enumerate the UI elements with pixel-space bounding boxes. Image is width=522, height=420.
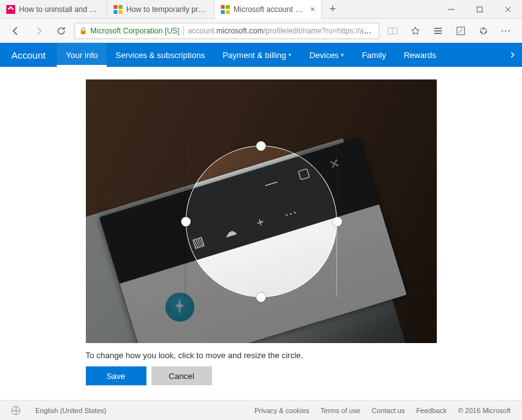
nav-scroll-right[interactable] [503,43,522,67]
window-controls [437,0,522,18]
address-bar[interactable]: 🔒 Microsoft Corporation [US] account.mic… [74,23,379,39]
browser-toolbar: 🔒 Microsoft Corporation [US] account.mic… [0,19,522,43]
editor-hint-text: To change how you look, click to move an… [86,351,437,360]
crop-handle-right[interactable] [333,217,342,226]
footer-link-privacy[interactable]: Privacy & cookies [254,407,309,414]
crop-circle[interactable] [186,146,337,297]
addr-separator [183,26,184,36]
nav-rewards[interactable]: Rewards [395,43,445,67]
refresh-button[interactable] [52,21,71,40]
nav-services[interactable]: Services & subscriptions [107,43,214,67]
svg-rect-3 [114,10,117,14]
window-maximize-button[interactable] [465,0,494,18]
save-button[interactable]: Save [86,366,146,385]
more-button[interactable]: ⋯ [497,21,516,40]
account-brand[interactable]: Account [0,43,57,67]
favorite-button[interactable] [406,21,425,40]
url-text: account.microsoft.com/profile/edit/name?… [187,26,375,35]
footer-link-terms[interactable]: Terms of use [321,407,360,414]
crop-dim [86,79,437,146]
crop-dim [86,146,186,297]
svg-rect-2 [119,5,122,9]
crop-handle-left[interactable] [181,217,191,226]
editor-buttons: Save Cancel [86,366,437,385]
svg-rect-6 [226,5,230,9]
globe-icon [11,406,20,415]
footer-language[interactable]: English (United States) [35,407,107,414]
back-button[interactable] [6,21,25,40]
crop-handle-top[interactable] [256,141,266,151]
tab-0-label: How to uninstall and block [19,5,100,14]
window-titlebar: How to uninstall and block How to tempor… [0,0,522,19]
footer-copyright: © 2016 Microsoft [458,407,511,414]
svg-rect-1 [114,5,117,9]
ev-cert-label: Microsoft Corporation [US] [90,26,179,35]
window-minimize-button[interactable] [437,0,465,18]
svg-point-20 [483,28,484,29]
nav-family[interactable]: Family [353,43,394,67]
tab-2[interactable]: Microsoft account | You × [215,0,322,19]
new-tab-button[interactable]: + [322,0,343,18]
profile-picture-editor: — ▢ ✕ ▨ ☁ + ⋯ [0,67,522,385]
picture-crop-area[interactable]: — ▢ ✕ ▨ ☁ + ⋯ [86,79,437,343]
hub-button[interactable] [429,21,448,40]
favicon-microsoft-2 [221,5,230,14]
crop-dim [337,146,437,297]
chevron-down-icon: ▾ [288,52,292,58]
window-close-button[interactable] [494,0,522,18]
web-notes-button[interactable] [451,21,470,40]
svg-rect-4 [119,10,122,14]
tab-0[interactable]: How to uninstall and block [0,0,107,18]
forward-button[interactable] [29,21,48,40]
svg-point-22 [485,31,486,32]
tab-1-label: How to temporarily prevent [126,5,208,14]
share-button[interactable] [474,21,493,40]
nav-your-info[interactable]: Your info [57,43,107,67]
favicon-microsoft-1 [114,5,122,14]
svg-point-21 [481,31,482,32]
crop-handle-bottom[interactable] [256,293,266,302]
crop-dim [86,297,437,343]
lock-icon: 🔒 [79,26,88,35]
footer-link-feedback[interactable]: Feedback [416,407,446,414]
nav-devices[interactable]: Devices▾ [300,43,353,67]
tab-2-close-icon[interactable]: × [310,4,315,14]
svg-rect-10 [477,7,482,12]
svg-rect-7 [221,10,225,14]
page-footer: English (United States) Privacy & cookie… [0,400,522,420]
reading-view-button[interactable] [383,21,402,40]
footer-link-contact[interactable]: Contact us [372,407,405,414]
tab-strip: How to uninstall and block How to tempor… [0,0,343,18]
favicon-pureinfotech [6,5,15,14]
account-nav: Account Your info Services & subscriptio… [0,43,522,67]
svg-rect-5 [221,5,225,9]
tab-1[interactable]: How to temporarily prevent [107,0,215,18]
nav-payment[interactable]: Payment & billing▾ [214,43,300,67]
svg-rect-8 [226,10,230,14]
tab-2-label: Microsoft account | You [234,5,302,14]
chevron-down-icon: ▾ [341,52,344,58]
cancel-button[interactable]: Cancel [151,366,212,385]
